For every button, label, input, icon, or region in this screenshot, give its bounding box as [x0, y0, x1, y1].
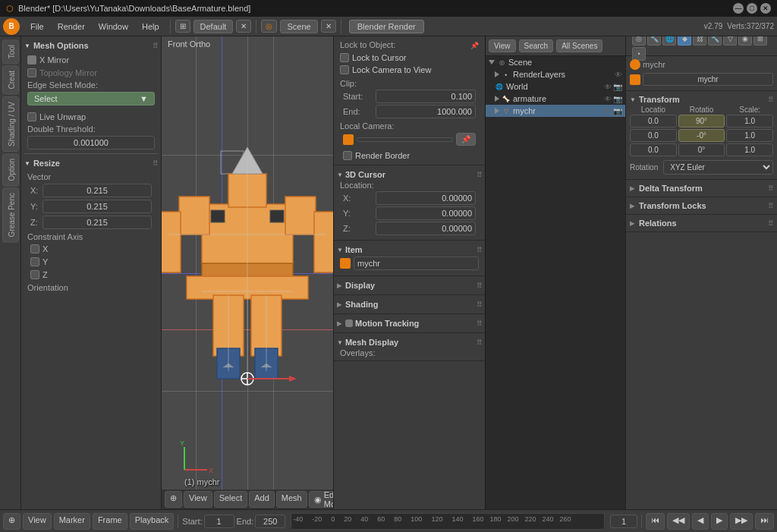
render-engine-button[interactable]: Blender Render [349, 20, 424, 33]
lock-object-btn[interactable]: 📌 [470, 40, 479, 49]
outliner-world[interactable]: 🌐 World 👁 📷 [486, 80, 625, 93]
menu-help[interactable]: Help [136, 20, 165, 33]
bt-playback-btn[interactable]: Playback [130, 513, 175, 530]
viewport-add-btn[interactable]: Add [249, 491, 275, 508]
minimize-button[interactable]: — [733, 3, 744, 14]
outliner-mychr[interactable]: ▽ mychr 👁 📷 [486, 105, 625, 117]
viewport[interactable]: Front Ortho [162, 36, 333, 509]
maximize-button[interactable]: □ [747, 3, 757, 14]
cursor-3d-header[interactable]: ▼ 3D Cursor ⠿ [337, 168, 482, 181]
resize-header[interactable]: ▼ Resize ⠿ [24, 157, 158, 169]
motion-tracking-header[interactable]: ▶ Motion Tracking ⠿ [337, 317, 482, 329]
constraint-y-checkbox[interactable] [30, 257, 39, 266]
viewport-globe-btn[interactable]: ⊕ [165, 491, 182, 508]
render-border-checkbox[interactable] [343, 151, 352, 160]
clip-end-value[interactable]: 1000.000 [376, 105, 476, 118]
bt-marker-btn[interactable]: Marker [54, 513, 90, 530]
x-mirror-checkbox[interactable] [27, 55, 36, 65]
lock-to-cursor-row[interactable]: Lock to Cursor [337, 52, 482, 64]
scale-z-field[interactable]: 1.0 [726, 143, 773, 156]
arm-eye[interactable]: 👁 [604, 95, 612, 103]
prop-tab-modifier[interactable]: 🔧 [708, 36, 722, 46]
blender-logo-icon[interactable]: B [3, 18, 20, 35]
prop-tab-particle[interactable]: • [632, 47, 646, 61]
viewport-select-btn[interactable]: Select [214, 491, 248, 508]
scene-icon-btn[interactable]: ◎ [261, 20, 277, 33]
item-header[interactable]: ▼ Item ⠿ [337, 244, 482, 256]
workspace-add-button[interactable]: ✕ [236, 20, 251, 33]
scene-button[interactable]: Scene [280, 20, 317, 33]
arm-render[interactable]: 📷 [613, 95, 622, 103]
cursor-y-value[interactable]: 0.00000 [376, 206, 476, 220]
mt-checkbox[interactable] [345, 320, 353, 327]
loc-y-field[interactable]: 0.0 [630, 129, 677, 142]
prop-tab-texture[interactable]: ⊞ [753, 36, 767, 46]
clip-start-value[interactable]: 0.100 [376, 90, 476, 103]
item-name-input[interactable]: mychr [354, 257, 479, 270]
side-tab-shading[interactable]: Shading / UV [2, 96, 19, 152]
cursor-x-value[interactable]: 0.00000 [376, 191, 476, 205]
world-eye-icon[interactable]: 👁 [604, 83, 612, 91]
prop-tab-world[interactable]: 🌐 [662, 36, 676, 46]
rot-z-field[interactable]: 0° [678, 143, 725, 156]
end-frame-field[interactable]: 250 [255, 515, 285, 528]
rot-y-field[interactable]: -0° [678, 129, 725, 142]
live-unwrap-checkbox[interactable] [27, 112, 36, 121]
play-fwd-btn[interactable]: ▶ [711, 513, 728, 530]
mychr-render[interactable]: 📷 [613, 107, 622, 115]
side-tab-tool[interactable]: Tool [2, 39, 19, 64]
render-border-row[interactable]: Render Border [340, 150, 479, 162]
current-frame-field[interactable]: 1 [610, 515, 637, 528]
play-end-btn[interactable]: ⏭ [755, 513, 774, 530]
delta-header[interactable]: ▶ Delta Transform ⠿ [628, 182, 775, 194]
prop-tab-render[interactable]: ◎ [632, 36, 646, 46]
loc-z-field[interactable]: 0.0 [630, 143, 677, 156]
transform-locks-header[interactable]: ▶ Transform Locks ⠿ [628, 200, 775, 212]
start-frame-field[interactable]: 1 [204, 515, 234, 528]
rotation-mode-select[interactable]: XYZ Euler [663, 160, 773, 175]
viewport-view-btn[interactable]: View [184, 491, 212, 508]
edge-select-dropdown[interactable]: Select ▼ [27, 92, 155, 105]
resize-x-field[interactable]: 0.215 [42, 184, 152, 197]
resize-z-field[interactable]: 0.215 [42, 216, 152, 229]
play-prev-btn[interactable]: ◀ [692, 513, 709, 530]
mesh-display-header[interactable]: ▼ Mesh Display ⠿ [337, 336, 482, 348]
lock-camera-checkbox[interactable] [340, 65, 349, 74]
scale-y-field[interactable]: 1.0 [726, 129, 773, 142]
mychr-eye[interactable]: 👁 [604, 107, 612, 115]
side-tab-option[interactable]: Option [2, 153, 19, 186]
prop-tab-scene[interactable]: 🔧 [647, 36, 661, 46]
rl-eye-icon[interactable]: 👁 [615, 71, 622, 79]
outliner-armature[interactable]: 🦴 armature 👁 📷 [486, 93, 625, 105]
camera-pin-btn[interactable]: 📌 [456, 133, 476, 146]
scene-settings-button[interactable]: ✕ [321, 20, 336, 33]
scale-x-field[interactable]: 1.0 [726, 115, 773, 127]
play-back-btn[interactable]: ◀◀ [667, 513, 690, 530]
constraint-z-checkbox[interactable] [30, 270, 39, 279]
menu-window[interactable]: Window [93, 20, 134, 33]
display-header[interactable]: ▶ Display ⠿ [337, 279, 482, 291]
shading-header[interactable]: ▶ Shading ⠿ [337, 298, 482, 310]
mesh-options-header[interactable]: ▼ Mesh Options ⠿ [24, 39, 158, 52]
loc-x-field[interactable]: 0.0 [630, 115, 677, 127]
lock-cursor-checkbox[interactable] [340, 53, 349, 62]
timeline-track[interactable]: -40 -20 0 20 40 60 80 100 120 140 160 18… [291, 513, 605, 530]
play-start-btn[interactable]: ⏮ [646, 513, 665, 530]
constraint-x-checkbox[interactable] [30, 244, 39, 253]
prop-tab-material[interactable]: ◉ [738, 36, 752, 46]
menu-render[interactable]: Render [52, 20, 91, 33]
prop-tab-object[interactable]: ◆ [678, 36, 691, 46]
bt-frame-btn[interactable]: Frame [93, 513, 127, 530]
resize-y-field[interactable]: 0.215 [42, 200, 152, 213]
prop-tab-data[interactable]: ▽ [723, 36, 737, 46]
outliner-scene[interactable]: ◎ Scene [486, 56, 625, 68]
topology-mirror-checkbox[interactable] [27, 68, 36, 77]
local-camera-input[interactable] [357, 137, 453, 142]
bt-view-btn[interactable]: View [23, 513, 52, 530]
menu-file[interactable]: File [24, 20, 50, 33]
side-tab-grease[interactable]: Grease Penc [2, 187, 19, 242]
play-next-btn[interactable]: ▶▶ [730, 513, 753, 530]
workspace-button[interactable]: Default [193, 20, 234, 33]
prop-tab-constraint[interactable]: ⛓ [693, 36, 706, 46]
threshold-field[interactable]: 0.001000 [27, 136, 155, 150]
